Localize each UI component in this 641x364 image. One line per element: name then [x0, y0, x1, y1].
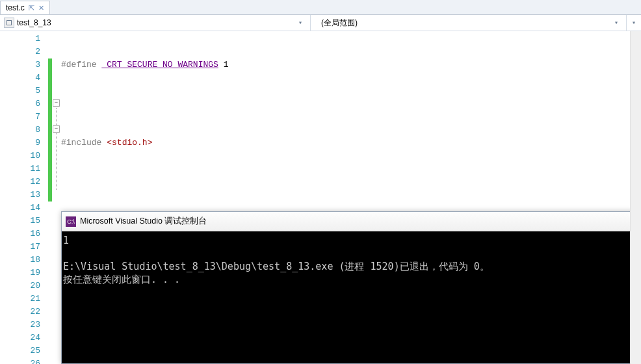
scope-dropdown-left[interactable]: test_8_13 ▾ — [0, 15, 311, 31]
navigation-bar: test_8_13 ▾ (全局范围) ▾ ▾ — [0, 15, 641, 31]
vertical-scrollbar[interactable] — [630, 31, 641, 364]
console-output[interactable]: 1 E:\Visual Studio\test_8_13\Debug\test_… — [62, 231, 640, 363]
include-header: <stdio.h> — [107, 138, 152, 148]
close-icon[interactable]: ✕ — [38, 4, 44, 12]
preproc-token: #include — [61, 138, 101, 148]
indicator-margin — [0, 31, 9, 364]
preproc-token: #define — [61, 60, 97, 70]
line-number-gutter: 123 456 789 101112 131415 161718 192021 … — [9, 31, 48, 364]
scope-icon — [4, 18, 14, 28]
chevron-down-icon: ▾ — [610, 19, 622, 27]
macro-token: _CRT_SECURE_NO_WARNINGS — [101, 60, 218, 70]
fold-gutter: − − — [52, 31, 61, 364]
scope-text-right: (全局范围) — [315, 18, 610, 29]
pin-icon[interactable]: ⇱ — [29, 4, 34, 12]
console-title: Microsoft Visual Studio 调试控制台 — [80, 216, 207, 227]
fold-toggle-icon[interactable]: − — [53, 125, 60, 133]
tab-strip: test.c ⇱ ✕ — [0, 0, 641, 15]
tab-test-c[interactable]: test.c ⇱ ✕ — [0, 1, 50, 14]
scope-text-left: test_8_13 — [17, 18, 294, 27]
scope-dropdown-right[interactable]: (全局范围) ▾ — [311, 15, 626, 31]
fold-toggle-icon[interactable]: − — [53, 99, 60, 107]
tab-label: test.c — [6, 3, 25, 12]
chevron-down-icon: ▾ — [294, 19, 306, 27]
member-dropdown[interactable]: ▾ — [626, 15, 641, 31]
vs-icon: C:\ — [66, 216, 76, 227]
console-titlebar[interactable]: C:\ Microsoft Visual Studio 调试控制台 — [62, 212, 640, 231]
debug-console-window: C:\ Microsoft Visual Studio 调试控制台 1 E:\V… — [61, 211, 641, 364]
